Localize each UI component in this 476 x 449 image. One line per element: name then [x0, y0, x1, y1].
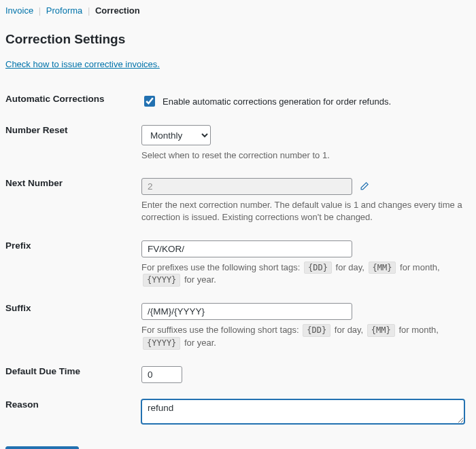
auto-corrections-checkbox[interactable]: [144, 96, 155, 107]
reason-textarea[interactable]: [141, 399, 464, 424]
tag-mm: {MM}: [367, 324, 395, 337]
label-reason: Reason: [5, 391, 141, 434]
page-title: Correction Settings: [5, 32, 471, 47]
tag-yyyy: {YYYY}: [143, 274, 180, 287]
auto-corrections-text: Enable automatic corrections generation …: [163, 96, 391, 107]
suffix-desc: For suffixes use the following short tag…: [141, 324, 471, 350]
tab-separator: |: [39, 5, 41, 16]
number-reset-select[interactable]: Monthly: [141, 125, 211, 145]
label-number-reset: Number Reset: [5, 117, 141, 170]
next-number-desc: Enter the next correction number. The de…: [141, 199, 471, 223]
tag-yyyy: {YYYY}: [143, 337, 180, 350]
settings-form: Automatic Corrections Enable automatic c…: [5, 86, 471, 434]
label-automatic-corrections: Automatic Corrections: [5, 86, 141, 117]
tab-proforma[interactable]: Proforma: [46, 5, 82, 16]
number-reset-desc: Select when to reset the correction numb…: [141, 149, 471, 162]
tab-separator: |: [88, 5, 90, 16]
tag-dd: {DD}: [303, 324, 330, 337]
help-link[interactable]: Check how to issue corrective invoices.: [5, 59, 160, 69]
prefix-desc: For prefixes use the following short tag…: [141, 262, 471, 287]
label-due-time: Default Due Time: [5, 358, 141, 391]
due-time-input[interactable]: [141, 366, 182, 383]
next-number-input: [141, 178, 352, 195]
prefix-input[interactable]: [141, 240, 352, 257]
tag-mm: {MM}: [369, 262, 396, 274]
label-next-number: Next Number: [5, 170, 141, 232]
tab-invoice[interactable]: Invoice: [5, 5, 33, 16]
pencil-icon[interactable]: [358, 181, 370, 193]
save-button[interactable]: Save changes: [5, 446, 79, 449]
label-suffix: Suffix: [5, 295, 141, 358]
tab-correction[interactable]: Correction: [95, 5, 140, 16]
suffix-input[interactable]: [141, 303, 352, 320]
auto-corrections-row[interactable]: Enable automatic corrections generation …: [141, 94, 471, 109]
tag-dd: {DD}: [304, 262, 332, 274]
tab-bar: Invoice | Proforma | Correction: [5, 5, 471, 20]
label-prefix: Prefix: [5, 232, 141, 295]
